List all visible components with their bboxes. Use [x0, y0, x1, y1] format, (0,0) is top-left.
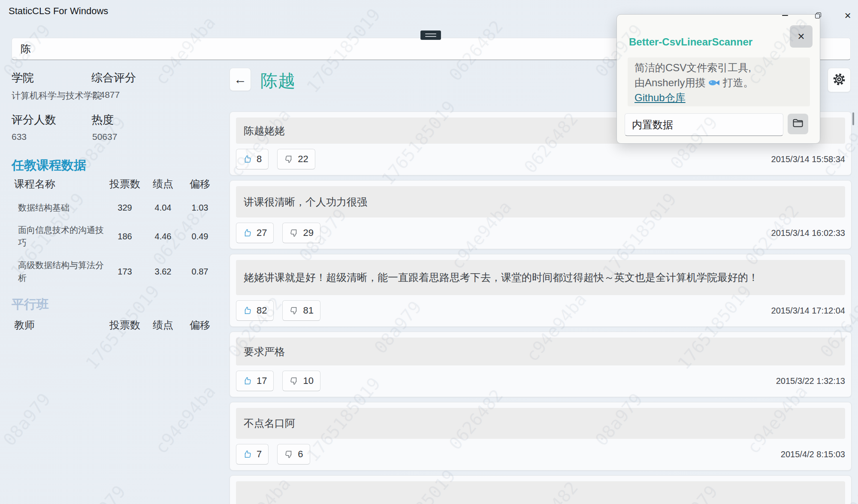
review-timestamp: 2015/4/2 8:15:03: [781, 450, 845, 459]
scrollbar-thumb[interactable]: [852, 112, 854, 125]
like-button[interactable]: 27: [236, 223, 274, 243]
like-count: 8: [257, 154, 262, 165]
dislike-button[interactable]: 10: [282, 371, 320, 391]
popup-desc-line2: 由Ansherly用摸 打造。: [634, 75, 803, 90]
course-votes-cell: 186: [105, 232, 145, 241]
like-count: 17: [257, 375, 267, 386]
gear-icon: [832, 72, 846, 88]
course-name-cell: 面向信息技术的沟通技巧: [14, 223, 105, 249]
courses-table-body: 数据结构基础3294.041.03面向信息技术的沟通技巧1864.460.49高…: [14, 201, 223, 284]
thumbs-down-icon: [289, 228, 299, 238]
csv-scanner-popup: Better-CsvLinearScanner × 简洁的CSV文件索引工具, …: [616, 14, 820, 144]
review-card: 要求严格17102015/3/22 1:32:13: [230, 332, 852, 397]
dislike-button[interactable]: 6: [277, 444, 310, 465]
parallel-table: 教师 投票数 绩点 偏移: [14, 318, 223, 342]
course-offset-cell: 0.49: [181, 232, 218, 241]
dislike-button[interactable]: 29: [282, 223, 320, 243]
review-footer: 762015/4/2 8:15:03: [236, 444, 845, 465]
course-row: 面向信息技术的沟通技巧1864.460.49: [14, 223, 223, 249]
courses-table-header: 课程名称 投票数 绩点 偏移: [14, 177, 223, 191]
back-button[interactable]: ←: [230, 68, 251, 91]
open-folder-button[interactable]: [788, 114, 808, 134]
minimize-icon: [782, 15, 788, 16]
popup-title: Better-CsvLinearScanner: [629, 36, 752, 48]
settings-button[interactable]: [828, 68, 851, 92]
thumbs-down-icon: [284, 154, 293, 164]
course-row: 数据结构基础3294.041.03: [14, 201, 223, 214]
col-offset: 偏移: [181, 177, 218, 191]
stat-value-score: 2.4877: [92, 90, 120, 100]
popup-desc-line2-post: 打造。: [722, 75, 753, 90]
popup-close-button[interactable]: ×: [790, 25, 813, 48]
stat-value-college: 计算机科学与技术学院: [12, 90, 102, 102]
like-button[interactable]: 82: [236, 300, 274, 321]
courses-section-title: 任教课程数据: [12, 157, 86, 174]
dislike-count: 29: [303, 227, 313, 238]
thumbs-down-icon: [289, 376, 299, 386]
watermark-text: 1765185019: [82, 0, 163, 4]
dislike-button[interactable]: 81: [282, 300, 320, 321]
review-footer: 82812015/3/14 17:12:04: [236, 300, 845, 321]
stat-label-raters: 评分人数: [12, 112, 56, 127]
like-button[interactable]: 17: [236, 371, 274, 391]
thumbs-up-icon: [243, 376, 252, 386]
course-votes-cell: 329: [105, 203, 145, 213]
review-card: 不点名口阿762015/4/2 8:15:03: [230, 402, 852, 471]
like-count: 7: [257, 449, 262, 460]
data-source-input[interactable]: [625, 113, 783, 136]
stat-value-heat: 50637: [92, 132, 117, 142]
review-text: 讲课很清晰，个人功力很强: [236, 186, 845, 217]
close-icon: ×: [844, 10, 851, 21]
stat-value-raters: 633: [12, 132, 27, 142]
review-timestamp: 2015/3/22 1:32:13: [776, 376, 845, 386]
dislike-count: 10: [303, 375, 313, 386]
col-votes2: 投票数: [105, 318, 145, 332]
popup-description: 简洁的CSV文件索引工具, 由Ansherly用摸 打造。 Github仓库: [628, 57, 810, 106]
review-footer: 17102015/3/22 1:32:13: [236, 371, 845, 391]
col-gpa: 绩点: [145, 177, 181, 191]
review-card: 讲课很清晰，个人功力很强27292015/3/14 16:02:33: [230, 180, 852, 249]
like-button[interactable]: 8: [236, 149, 269, 169]
thumbs-up-icon: [243, 306, 252, 315]
watermark-text: 1765185019: [674, 0, 755, 4]
thumbs-down-icon: [284, 450, 293, 459]
back-arrow-icon: ←: [234, 72, 247, 87]
col-teacher: 教师: [14, 319, 105, 332]
dislike-count: 81: [303, 305, 313, 316]
app-title: StaticCLS For Windows: [9, 6, 108, 17]
dislike-count: 22: [298, 154, 308, 165]
review-list: 陈越姥姥8222015/3/14 15:58:34讲课很清晰，个人功力很强272…: [230, 112, 852, 504]
github-link[interactable]: Github仓库: [634, 90, 803, 105]
popup-desc-line1: 简洁的CSV文件索引工具,: [634, 60, 803, 75]
course-gpa-cell: 4.04: [145, 203, 181, 213]
minimize-button[interactable]: [775, 7, 795, 24]
like-button[interactable]: 7: [236, 444, 269, 465]
course-name-cell: 高级数据结构与算法分析: [14, 259, 105, 284]
course-name-cell: 数据结构基础: [14, 201, 105, 214]
review-footer: 27292015/3/14 16:02:33: [236, 223, 845, 243]
review-footer: 8222015/3/14 15:58:34: [236, 149, 845, 169]
course-offset-cell: 0.87: [181, 267, 218, 277]
watermark-text: c94e94ba: [151, 381, 219, 457]
dislike-count: 6: [298, 449, 303, 460]
dislike-button[interactable]: 22: [277, 149, 315, 169]
stat-label-score: 综合评分: [91, 70, 136, 85]
close-button[interactable]: ×: [837, 7, 858, 24]
col-votes: 投票数: [105, 177, 145, 191]
course-votes-cell: 173: [105, 267, 145, 277]
like-count: 82: [257, 305, 267, 316]
teacher-name: 陈越: [260, 69, 296, 93]
stat-label-heat: 热度: [91, 112, 114, 127]
course-gpa-cell: 4.46: [145, 232, 181, 241]
like-count: 27: [257, 227, 267, 238]
review-text: 不点名口阿: [236, 408, 845, 439]
maximize-button[interactable]: [808, 7, 828, 24]
course-gpa-cell: 3.62: [145, 267, 181, 277]
popup-desc-line2-pre: 由Ansherly用摸: [634, 75, 705, 90]
col-course-name: 课程名称: [14, 178, 105, 190]
restore-icon: [815, 12, 821, 18]
review-text: 姥姥讲课就是好！超级清晰，能一直跟着思路思考下去，课堂的时间都过得超快～英文也是…: [236, 260, 845, 295]
review-card: 还没上过陈姥姥的课，先给她评10分！: [230, 475, 852, 504]
stat-label-college: 学院: [12, 70, 34, 85]
col-offset2: 偏移: [181, 318, 218, 332]
